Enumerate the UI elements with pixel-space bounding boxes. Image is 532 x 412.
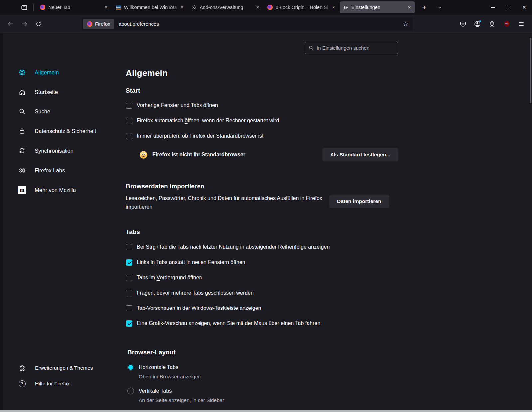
url-bar[interactable]: Firefox about:preferences ☆ — [82, 17, 413, 31]
sync-icon — [18, 147, 26, 155]
sidebar-item-erweiterungen[interactable]: Erweiterungen & Themes — [18, 361, 126, 375]
checkbox-label[interactable]: Tabs im Vordergrund öffnen — [137, 275, 202, 281]
import-data-button[interactable]: Daten importieren — [329, 195, 389, 208]
checkbox[interactable] — [126, 244, 132, 250]
settings-search-input[interactable] — [317, 45, 395, 51]
reload-button[interactable] — [32, 18, 44, 30]
identity-chip[interactable]: Firefox — [83, 19, 114, 29]
checkbox[interactable] — [126, 320, 132, 327]
account-icon[interactable] — [471, 18, 484, 30]
ublock-origin-icon[interactable]: uO — [500, 18, 513, 30]
checkbox[interactable] — [126, 118, 132, 124]
checkbox[interactable] — [126, 103, 132, 109]
bookmark-star-icon[interactable]: ☆ — [400, 19, 411, 29]
browser-window: Neuer Tab ✕ WIN Willkommen bei WinTota ✕… — [0, 0, 532, 412]
sidebar-item-label: Erweiterungen & Themes — [35, 365, 93, 371]
tab-title: uBlock Origin – Holen Si — [276, 5, 330, 10]
minimize-button[interactable] — [485, 0, 501, 15]
extensions-puzzle-icon[interactable] — [485, 18, 499, 30]
tab-close-icon[interactable]: ✕ — [178, 4, 186, 11]
sidebar-footer: Erweiterungen & Themes ? Hilfe für Firef… — [18, 361, 126, 410]
checkbox-label[interactable]: Immer überprüfen, ob Firefox der Standar… — [137, 133, 264, 139]
checkbox-label[interactable]: Firefox automatisch öffnen, wenn der Rec… — [137, 118, 279, 124]
checkbox-label[interactable]: Fragen, bevor mehrere Tabs geschlossen w… — [137, 290, 254, 296]
tab-title: Einstellungen — [351, 5, 406, 10]
identity-chip-label: Firefox — [95, 21, 110, 27]
checkbox-label[interactable]: Eine Grafik-Vorschau anzeigen, wenn Sie … — [137, 320, 320, 326]
sidebar-item-label: Startseite — [35, 89, 58, 95]
maximize-icon — [507, 6, 510, 9]
pocket-icon[interactable] — [456, 18, 469, 30]
radio-button[interactable] — [127, 364, 134, 371]
firefox-view-button[interactable] — [18, 2, 30, 13]
set-default-button[interactable]: Als Standard festlegen... — [322, 148, 398, 161]
sidebar-item-hilfe[interactable]: ? Hilfe für Firefox — [18, 377, 126, 390]
hamburger-menu-icon[interactable] — [515, 18, 528, 30]
tab-close-icon[interactable]: ✕ — [330, 4, 337, 11]
radio-label[interactable]: Horizontale Tabs — [139, 364, 178, 370]
lock-icon — [18, 127, 26, 135]
tab-einstellungen[interactable]: Einstellungen ✕ — [340, 1, 415, 13]
tab-ublock[interactable]: uBlock Origin – Holen Si ✕ — [264, 1, 339, 13]
firefox-logo-icon — [87, 21, 92, 27]
scrollbar-thumb[interactable] — [530, 38, 531, 103]
gear-favicon — [343, 5, 348, 10]
radio-row-horizontale-tabs: Horizontale Tabs Oben im Browser anzeige… — [127, 364, 398, 380]
tab-neuer-tab[interactable]: Neuer Tab ✕ — [37, 1, 112, 13]
checkbox-label[interactable]: Bei Strg+Tab die Tabs nach letzter Nutzu… — [137, 244, 330, 250]
default-browser-status: Firefox ist nicht Ihr Standardbrowser — [152, 152, 322, 158]
sidebar-item-label: Firefox Labs — [35, 167, 65, 174]
sidebar-item-firefox-labs[interactable]: Firefox Labs — [18, 162, 126, 178]
checkbox-label[interactable]: Links in Tabs anstatt in neuen Fenstern … — [137, 259, 245, 265]
checkbox-label[interactable]: Vorherige Fenster und Tabs öffnen — [137, 103, 218, 108]
tab-wintotal[interactable]: WIN Willkommen bei WinTota ✕ — [112, 1, 188, 13]
tab-bar: Neuer Tab ✕ WIN Willkommen bei WinTota ✕… — [0, 0, 532, 15]
wintotal-favicon: WIN — [116, 5, 121, 10]
help-question-icon: ? — [18, 380, 26, 388]
puzzle-favicon — [192, 5, 197, 10]
import-section: Browserdaten importieren Lesezeichen, Pa… — [126, 183, 398, 211]
tab-title: Add-ons-Verwaltung — [200, 5, 254, 10]
checkbox[interactable] — [126, 133, 132, 139]
chevron-down-icon — [437, 5, 442, 10]
checkbox-row-links-in-tabs: Links in Tabs anstatt in neuen Fenstern … — [126, 258, 398, 266]
tab-close-icon[interactable]: ✕ — [254, 4, 261, 11]
radio-description: An der Seite anzeigen, in der Sidebar — [139, 397, 398, 403]
settings-search-box[interactable] — [305, 42, 398, 54]
url-text[interactable]: about:preferences — [119, 21, 400, 27]
sidebar-item-allgemein[interactable]: Allgemein — [18, 64, 126, 80]
checkbox[interactable] — [126, 275, 132, 281]
sidebar-item-label: Datenschutz & Sicherheit — [35, 128, 96, 134]
forward-button[interactable] — [18, 18, 30, 30]
tab-close-icon[interactable]: ✕ — [406, 4, 413, 11]
tabbar-separator — [33, 4, 34, 11]
checkbox-label[interactable]: Tab-Vorschauen in der Windows-Taskleiste… — [137, 305, 261, 311]
window-left-edge — [0, 34, 3, 410]
firefox-favicon — [267, 5, 273, 10]
atom-icon — [18, 166, 26, 174]
start-section-title: Start — [126, 87, 398, 94]
maximize-button[interactable] — [501, 0, 516, 15]
sidebar-item-datenschutz[interactable]: Datenschutz & Sicherheit — [18, 123, 126, 139]
back-button[interactable] — [4, 18, 16, 30]
import-section-title: Browserdaten importieren — [126, 183, 398, 190]
radio-button[interactable] — [127, 388, 134, 394]
checkbox-row-strg-tab: Bei Strg+Tab die Tabs nach letzter Nutzu… — [126, 243, 398, 251]
tab-close-icon[interactable]: ✕ — [102, 4, 110, 11]
tab-list-dropdown-button[interactable] — [434, 2, 445, 13]
sidebar-item-synchronisation[interactable]: Synchronisation — [18, 143, 126, 159]
new-tab-button[interactable]: + — [419, 2, 430, 13]
checkbox[interactable] — [126, 290, 132, 296]
close-window-button[interactable]: ✕ — [516, 0, 532, 15]
radio-label[interactable]: Vertikale Tabs — [139, 388, 172, 394]
tab-addons[interactable]: Add-ons-Verwaltung ✕ — [188, 1, 263, 13]
browser-layout-section: Browser-Layout Horizontale Tabs Oben im … — [126, 349, 398, 403]
sidebar-item-mehr-von-mozilla[interactable]: m Mehr von Mozilla — [18, 182, 126, 198]
page-title: Allgemein — [126, 68, 398, 78]
window-controls: ✕ — [485, 0, 532, 15]
checkbox[interactable] — [126, 305, 132, 311]
sidebar-item-label: Synchronisation — [35, 148, 73, 154]
checkbox[interactable] — [126, 259, 132, 266]
sidebar-item-startseite[interactable]: Startseite — [18, 84, 126, 100]
sidebar-item-suche[interactable]: Suche — [18, 103, 126, 119]
